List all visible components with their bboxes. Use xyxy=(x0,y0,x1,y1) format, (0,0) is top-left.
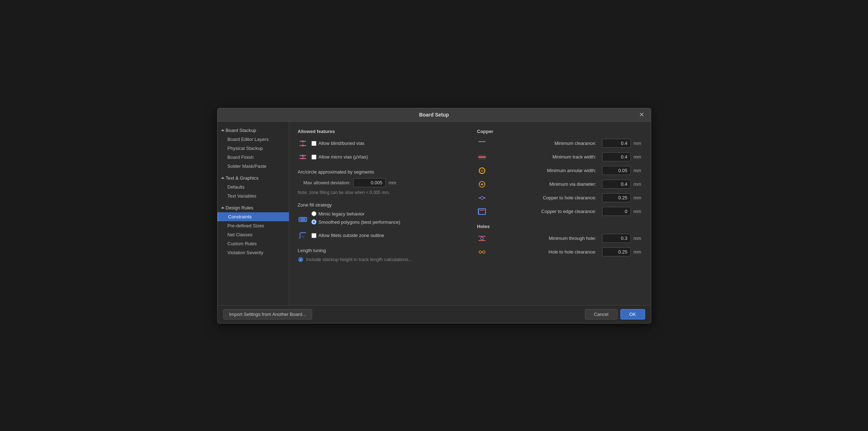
svg-point-4 xyxy=(302,145,304,146)
hole-to-hole-clearance-row: Hole to hole clearance: mm xyxy=(477,247,642,257)
allow-fillets-row: Allow fillets outside zone outline xyxy=(298,231,463,241)
copper-title: Copper xyxy=(477,129,642,134)
copper-edge-clearance-label: Copper to edge clearance: xyxy=(490,209,599,214)
sidebar-item-net-classes[interactable]: Net Classes xyxy=(218,230,289,239)
sidebar-item-text-variables[interactable]: Text Variables xyxy=(218,191,289,200)
min-via-diameter-icon xyxy=(477,179,487,189)
right-panel: Copper Minimum clearance xyxy=(477,129,642,298)
sidebar-item-board-finish[interactable]: Board Finish xyxy=(218,153,289,162)
zone-section: Zone fill strategy xyxy=(298,202,463,241)
svg-point-3 xyxy=(302,140,304,142)
zone-fill-icon-row: Mimic legacy behavior Smoothed polygons … xyxy=(298,211,463,228)
mimic-legacy-radio[interactable] xyxy=(311,211,316,216)
sidebar-section-stackup: Board Stackup Board Editor Layers Physic… xyxy=(218,124,289,172)
ok-button[interactable]: OK xyxy=(620,309,645,319)
min-track-width-unit: mm xyxy=(634,154,642,160)
min-clearance-input[interactable] xyxy=(602,139,631,148)
holes-title: Holes xyxy=(477,224,642,229)
sidebar-parent-design-rules[interactable]: Design Rules xyxy=(218,203,289,212)
copper-edge-clearance-input[interactable] xyxy=(602,207,631,216)
blind-buried-vias-row: Allow blind/buried vias xyxy=(298,138,463,148)
close-button[interactable]: ✕ xyxy=(637,110,647,119)
mimic-legacy-label[interactable]: Mimic legacy behavior xyxy=(311,211,365,217)
svg-point-41 xyxy=(479,251,482,253)
hole-to-hole-clearance-icon xyxy=(477,247,487,257)
copper-hole-clearance-label: Copper to hole clearance: xyxy=(490,195,599,200)
sidebar: Board Stackup Board Editor Layers Physic… xyxy=(218,122,289,305)
min-annular-unit: mm xyxy=(634,168,642,173)
min-track-width-input[interactable] xyxy=(602,152,631,161)
sidebar-item-board-editor-layers[interactable]: Board Editor Layers xyxy=(218,135,289,144)
allow-fillets-label[interactable]: Allow fillets outside zone outline xyxy=(311,233,385,238)
min-clearance-icon xyxy=(477,138,487,148)
min-via-diameter-unit: mm xyxy=(634,181,642,187)
copper-section: Copper Minimum clearance xyxy=(477,129,642,217)
svg-point-42 xyxy=(483,251,485,253)
arc-note: Note: zone filling can be slow when < 0.… xyxy=(298,190,463,195)
min-through-hole-row: Minimum through hole: mm xyxy=(477,233,642,243)
min-through-hole-input[interactable] xyxy=(602,234,631,243)
min-clearance-label: Minimum clearance: xyxy=(490,141,599,146)
copper-edge-clearance-icon xyxy=(477,207,487,217)
triangle-icon xyxy=(221,129,224,131)
sidebar-item-defaults[interactable]: Defaults xyxy=(218,183,289,191)
svg-rect-33 xyxy=(478,209,486,214)
sidebar-item-violation-severity[interactable]: Violation Severity xyxy=(218,248,289,257)
sidebar-item-custom-rules[interactable]: Custom Rules xyxy=(218,239,289,248)
min-via-diameter-label: Minimum via diameter: xyxy=(490,181,599,187)
svg-point-27 xyxy=(481,170,483,171)
triangle-icon xyxy=(221,177,224,179)
sidebar-label-board-stackup: Board Stackup xyxy=(226,128,256,133)
micro-vias-row: Allow micro vias (µVias) xyxy=(298,152,463,162)
sidebar-label-design-rules: Design Rules xyxy=(226,205,253,210)
min-clearance-unit: mm xyxy=(634,141,642,146)
smoothed-polygons-label[interactable]: Smoothed polygons (best performance) xyxy=(311,219,400,225)
length-title: Length tuning xyxy=(298,248,463,253)
hole-to-hole-input[interactable] xyxy=(602,247,631,256)
min-through-hole-unit: mm xyxy=(634,236,642,241)
min-track-width-row: Minimum track width: mm xyxy=(477,152,642,162)
svg-text:✓: ✓ xyxy=(299,258,302,262)
zone-fill-icon xyxy=(298,214,308,224)
sidebar-item-solder-mask-paste[interactable]: Solder Mask/Paste xyxy=(218,162,289,171)
blind-buried-vias-checkbox[interactable] xyxy=(311,141,316,146)
main-content: Allowed features Allow blind/bur xyxy=(289,122,651,305)
min-annular-icon xyxy=(477,166,487,176)
cancel-button[interactable]: Cancel xyxy=(585,309,617,319)
import-button[interactable]: Import Settings from Another Board... xyxy=(223,309,313,319)
arc-row: Max allowed deviation: mm xyxy=(298,178,463,187)
copper-hole-clearance-unit: mm xyxy=(634,195,642,200)
min-clearance-row: Minimum clearance: mm xyxy=(477,138,642,148)
min-annular-input[interactable] xyxy=(602,166,631,175)
copper-edge-clearance-row: Copper to edge clearance: mm xyxy=(477,207,642,217)
min-via-diameter-row: Minimum via diameter: mm xyxy=(477,179,642,189)
zone-radio-group: Mimic legacy behavior Smoothed polygons … xyxy=(311,211,400,228)
min-annular-label: Minimum annular width: xyxy=(490,168,599,173)
copper-hole-clearance-row: Copper to hole clearance: mm xyxy=(477,193,642,203)
svg-point-32 xyxy=(481,196,483,199)
sidebar-parent-board-stackup[interactable]: Board Stackup xyxy=(218,126,289,135)
copper-hole-clearance-input[interactable] xyxy=(602,193,631,202)
smoothed-polygons-radio[interactable] xyxy=(311,219,316,224)
arc-title: Arc/circle approximated by segments xyxy=(298,169,463,175)
board-setup-dialog: Board Setup ✕ Board Stackup Board Editor… xyxy=(217,108,651,323)
max-deviation-input[interactable] xyxy=(353,178,386,187)
fillet-icon xyxy=(298,231,308,241)
micro-vias-label[interactable]: Allow micro vias (µVias) xyxy=(311,154,368,160)
sidebar-parent-text-graphics[interactable]: Text & Graphics xyxy=(218,174,289,183)
micro-vias-checkbox[interactable] xyxy=(311,155,316,160)
blind-buried-via-icon xyxy=(298,138,308,148)
sidebar-item-predefined-sizes[interactable]: Pre-defined Sizes xyxy=(218,221,289,230)
copper-edge-clearance-unit: mm xyxy=(634,209,642,214)
length-note: ✓ Include stackup height in track length… xyxy=(298,257,463,263)
sidebar-item-physical-stackup[interactable]: Physical Stackup xyxy=(218,144,289,153)
sidebar-section-text-graphics: Text & Graphics Defaults Text Variables xyxy=(218,172,289,202)
min-via-diameter-input[interactable] xyxy=(602,180,631,189)
sidebar-item-constraints[interactable]: Constraints xyxy=(218,212,289,221)
min-through-hole-icon xyxy=(477,233,487,243)
length-section: Length tuning ✓ Include stackup height i… xyxy=(298,248,463,263)
blind-buried-vias-label[interactable]: Allow blind/buried vias xyxy=(311,141,365,146)
min-track-width-label: Minimum track width: xyxy=(490,154,599,160)
copper-hole-clearance-icon xyxy=(477,193,487,203)
allow-fillets-checkbox[interactable] xyxy=(311,233,316,238)
